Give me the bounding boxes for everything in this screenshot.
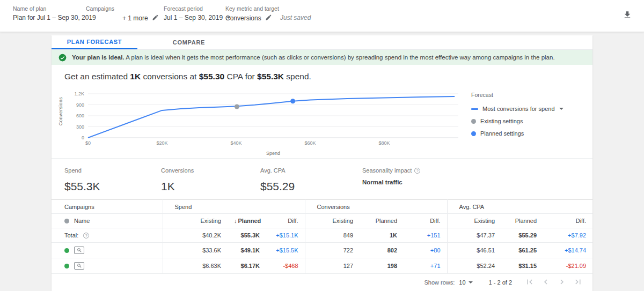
summary-spend-label: Spend [64, 167, 161, 174]
first-page-button[interactable] [524, 277, 536, 288]
cpa-existing-cell: $52.24 [447, 258, 501, 274]
cpa-planned-cell: $55.29 [501, 228, 543, 243]
campaigns-value: + 1 more [122, 14, 159, 23]
cpa-planned-cell: $31.15 [501, 258, 543, 274]
main-content: PLAN FORECAST COMPARE Your plan is ideal… [0, 32, 644, 291]
cpa-diff-cell: +$7.92 [543, 228, 592, 243]
key-metric-text: Conversions [225, 14, 261, 22]
forecast-series-dropdown[interactable]: Most conversions for spend [471, 106, 588, 112]
forecast-period-dropdown[interactable]: Jul 1 – Sep 30, 2019 [164, 14, 231, 21]
plan-name-value: Plan for Jul 1 – Sep 30, 2019 [13, 14, 96, 21]
key-metric-value: Conversions [225, 14, 272, 23]
previous-page-button[interactable] [540, 277, 552, 288]
spend-planned-cell[interactable]: $49.1K [228, 243, 266, 258]
download-button[interactable] [623, 10, 632, 21]
conv-existing-cell: 722 [305, 243, 360, 258]
summary-avg-cpa-label: Avg. CPA [260, 167, 362, 174]
summary-conversions: Conversions 1K [161, 167, 260, 193]
forecast-curve [88, 96, 455, 138]
forecast-headline: Get an estimated 1K conversions at $55.3… [52, 65, 592, 83]
group-header-avg-cpa: Avg. CPA [447, 200, 592, 214]
pencil-icon [152, 14, 159, 23]
column-header-cpa-planned[interactable]: Planned [501, 214, 543, 228]
x-tick-label: $80K [378, 140, 390, 146]
x-tick-label: $20K [156, 140, 167, 146]
group-header-spend: Spend [163, 200, 305, 214]
planned-label: Planned settings [480, 130, 524, 137]
cpa-planned-cell: $61.25 [501, 243, 543, 258]
pencil-icon [265, 14, 272, 23]
conv-planned-cell: 1K [360, 228, 404, 243]
x-tick-label: $40K [230, 140, 241, 146]
planned-dot-icon [471, 131, 476, 136]
x-tick-label: $0 [85, 140, 91, 146]
tab-plan-forecast[interactable]: PLAN FORECAST [52, 35, 137, 49]
y-tick-label: 0 [82, 135, 84, 140]
conv-planned-cell: 198 [360, 258, 404, 274]
campaign-enabled-icon [64, 264, 69, 268]
forecast-card: PLAN FORECAST COMPARE Your plan is ideal… [52, 35, 592, 291]
y-tick-label: 300 [76, 124, 84, 130]
column-header-cpa-existing[interactable]: Existing [447, 214, 501, 228]
key-metric-label: Key metric and target [225, 5, 279, 12]
campaign-detail-button[interactable] [74, 247, 84, 254]
campaigns-table: Campaigns Spend Conversions Avg. CPA Nam… [52, 199, 592, 274]
chart-legend: Forecast Most conversions for spend Exis… [471, 84, 588, 158]
conv-existing-cell: 127 [305, 258, 360, 274]
spend-planned-cell[interactable]: $6.17K [228, 258, 266, 274]
summary-conversions-label: Conversions [161, 167, 260, 174]
info-icon[interactable] [83, 233, 89, 238]
spend-planned-cell: $55.3K [228, 228, 266, 243]
column-header-conv-diff[interactable]: Diff. [404, 214, 447, 228]
last-page-icon [573, 277, 583, 288]
summary-conversions-value: 1K [161, 180, 260, 193]
spend-existing-cell: $40.2K [163, 228, 228, 243]
edit-key-metric-button[interactable] [265, 14, 272, 23]
forecast-chart: 03006009001.2K$0$20K$40K$60K$80KSpend [65, 84, 463, 158]
column-header-spend-existing[interactable]: Existing [163, 214, 228, 228]
conv-diff-cell: +71 [404, 258, 447, 274]
summary-spend: Spend $55.3K [64, 167, 161, 193]
show-rows-select[interactable]: 10 [459, 279, 472, 286]
tab-compare[interactable]: COMPARE [146, 35, 232, 49]
spend-diff-cell: -$468 [266, 258, 305, 274]
spend-diff-cell: +$15.1K [266, 228, 305, 243]
legend-title: Forecast [471, 92, 588, 98]
column-header-name[interactable]: Name [52, 214, 163, 228]
summary-spend-value: $55.3K [64, 180, 161, 193]
next-page-button[interactable] [556, 277, 568, 288]
summary-strip: Spend $55.3K Conversions 1K Avg. CPA $55… [52, 158, 592, 199]
summary-seasonality-value: Normal traffic [362, 179, 459, 185]
group-header-campaigns: Campaigns [52, 200, 163, 214]
magnifier-icon [77, 263, 82, 268]
cpa-existing-cell: $47.37 [447, 228, 501, 243]
row-range: 1 - 2 of 2 [489, 279, 512, 286]
table-row: $33.6K $49.1K +$15.5K 722 802 +80 $46.51… [52, 243, 592, 258]
last-page-button[interactable] [572, 277, 584, 288]
summary-avg-cpa-value: $55.29 [260, 180, 362, 193]
first-page-icon [525, 277, 535, 288]
planned-settings-point[interactable] [290, 99, 295, 103]
plan-toolbar: Name of plan Plan for Jul 1 – Sep 30, 20… [0, 0, 644, 32]
total-label-cell: Total: [52, 228, 163, 243]
table-row-total: Total: $40.2K $55.3K +$15.1K 849 1K +151… [52, 228, 592, 243]
forecast-period-label: Forecast period [164, 5, 203, 12]
headline-spend: $55.3K [257, 72, 284, 81]
headline-text: Get an estimated [64, 72, 130, 81]
headline-conversions: 1K [130, 72, 141, 81]
column-header-spend-diff[interactable]: Diff. [266, 214, 305, 228]
column-header-conv-planned[interactable]: Planned [360, 214, 404, 228]
column-header-spend-planned[interactable]: Planned [228, 214, 266, 228]
edit-campaigns-button[interactable] [152, 14, 159, 23]
spend-existing-cell: $33.6K [163, 243, 228, 258]
line-swatch-icon [471, 108, 478, 110]
cpa-diff-cell: -$21.09 [543, 258, 592, 274]
campaign-detail-button[interactable] [74, 262, 84, 270]
column-header-cpa-diff[interactable]: Diff. [543, 214, 592, 228]
chevron-down-icon [469, 281, 473, 283]
info-icon[interactable] [414, 168, 420, 174]
cpa-diff-cell: +$14.74 [543, 243, 592, 258]
chevron-left-icon [541, 277, 551, 288]
chevron-right-icon [557, 277, 567, 288]
column-header-conv-existing[interactable]: Existing [305, 214, 360, 228]
